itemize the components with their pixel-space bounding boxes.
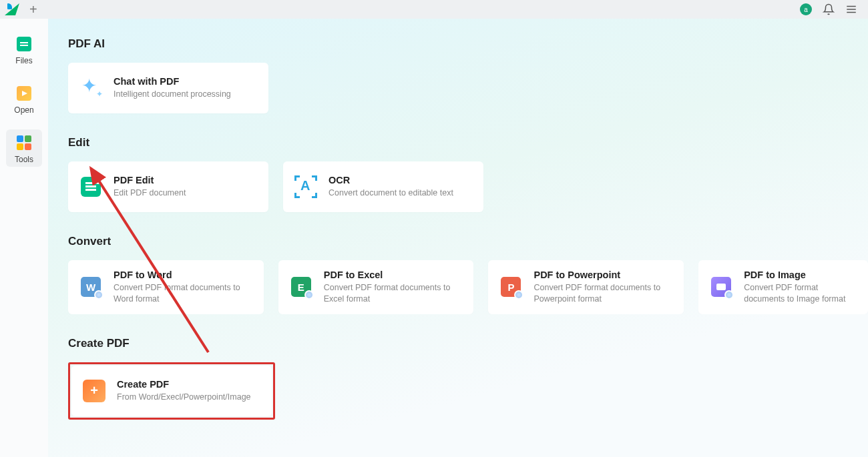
card-pdf-edit[interactable]: PDF Edit Edit PDF document bbox=[68, 161, 268, 212]
card-subtitle: Convert PDF format documents to Word for… bbox=[114, 282, 253, 305]
section-create-pdf: Create PDF Create PDF From Word/Execl/Po… bbox=[68, 337, 868, 420]
new-tab-button[interactable]: + bbox=[29, 3, 37, 16]
card-title: OCR bbox=[329, 175, 453, 185]
sidebar-item-label: Open bbox=[14, 105, 33, 115]
sidebar-item-files[interactable]: Files bbox=[6, 31, 42, 68]
card-title: PDF Edit bbox=[114, 175, 186, 185]
sidebar-item-open[interactable]: Open bbox=[6, 80, 42, 117]
sparkle-icon bbox=[79, 76, 103, 100]
card-title: PDF to Excel bbox=[324, 270, 463, 280]
card-title: Chat with PDF bbox=[114, 76, 231, 87]
image-icon bbox=[711, 277, 731, 297]
annotation-highlight: Create PDF From Word/Execl/Powerpoint/Im… bbox=[68, 362, 275, 420]
card-pdf-to-excel[interactable]: E PDF to Excel Convert PDF format docume… bbox=[278, 260, 474, 314]
card-subtitle: Convert PDF format documents to Excel fo… bbox=[324, 282, 463, 305]
section-heading: Convert bbox=[68, 235, 868, 248]
card-subtitle: From Word/Execl/Powerpoint/Image bbox=[117, 392, 251, 403]
card-chat-with-pdf[interactable]: Chat with PDF Intelligent document proce… bbox=[68, 63, 268, 113]
edit-document-icon bbox=[81, 177, 101, 197]
card-title: Create PDF bbox=[117, 379, 251, 390]
card-pdf-to-word[interactable]: W PDF to Word Convert PDF format documen… bbox=[68, 260, 264, 314]
card-subtitle: Convert PDF format documents to Powerpoi… bbox=[533, 282, 673, 305]
card-subtitle: Convert PDF format documents to Image fo… bbox=[744, 282, 857, 305]
section-heading: PDF AI bbox=[68, 37, 868, 51]
word-icon: W bbox=[81, 277, 101, 297]
card-ocr[interactable]: A OCR Convert document to editable text bbox=[283, 161, 483, 212]
create-plus-icon bbox=[83, 380, 105, 402]
hamburger-menu-icon[interactable] bbox=[845, 3, 857, 15]
section-heading: Create PDF bbox=[68, 337, 868, 350]
card-subtitle: Intelligent document processing bbox=[114, 89, 231, 100]
files-icon bbox=[17, 37, 31, 51]
sidebar-item-label: Tools bbox=[15, 155, 33, 164]
sidebar-item-tools[interactable]: Tools bbox=[6, 129, 42, 167]
tools-icon bbox=[17, 135, 31, 150]
card-subtitle: Edit PDF document bbox=[114, 187, 186, 199]
section-edit: Edit PDF Edit Edit PDF document A bbox=[68, 136, 868, 212]
app-logo-icon bbox=[5, 2, 20, 17]
avatar-badge[interactable]: a bbox=[800, 3, 812, 15]
card-subtitle: Convert document to editable text bbox=[329, 187, 453, 199]
card-pdf-to-image[interactable]: PDF to Image Convert PDF format document… bbox=[698, 260, 868, 314]
card-title: PDF to Powerpoint bbox=[533, 270, 673, 280]
card-create-pdf[interactable]: Create PDF From Word/Execl/Powerpoint/Im… bbox=[71, 366, 272, 416]
powerpoint-icon: P bbox=[501, 277, 521, 297]
open-icon bbox=[17, 86, 31, 101]
ocr-icon: A bbox=[294, 175, 317, 198]
section-heading: Edit bbox=[68, 136, 868, 149]
card-title: PDF to Word bbox=[114, 270, 253, 280]
excel-icon: E bbox=[291, 277, 311, 297]
titlebar: + a bbox=[0, 0, 868, 19]
card-title: PDF to Image bbox=[744, 270, 857, 280]
section-pdf-ai: PDF AI Chat with PDF Intelligent documen… bbox=[68, 37, 868, 113]
sidebar-item-label: Files bbox=[15, 56, 32, 65]
notifications-icon[interactable] bbox=[823, 3, 835, 15]
card-pdf-to-powerpoint[interactable]: P PDF to Powerpoint Convert PDF format d… bbox=[488, 260, 684, 314]
main-panel: PDF AI Chat with PDF Intelligent documen… bbox=[48, 19, 868, 457]
section-convert: Convert W PDF to Word Convert PDF format… bbox=[68, 235, 868, 314]
sidebar: Files Open Tools bbox=[0, 19, 48, 457]
